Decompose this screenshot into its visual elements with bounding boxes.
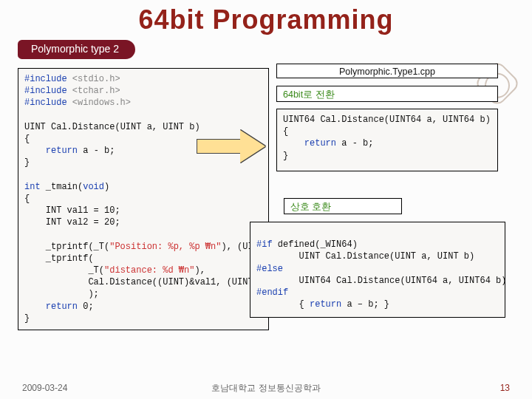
section-tab: Polymorphic type 2 [18,40,135,59]
footer-org: 호남대학교 정보통신공학과 [0,382,532,395]
filename-label: Polymorphic.Type1.cpp [276,64,498,78]
code-stage: #include <stdio.h> #include <tchar.h> #i… [18,68,514,349]
right-code-64bit: UINT64 Cal.Distance(UINT64 a, UINT64 b) … [276,109,498,171]
label-compat: 상호 호환 [284,198,402,214]
right-code-compat: #if defined(_WIN64) UINT Cal.Distance(UI… [250,222,505,318]
page-title: 64bit Programming [0,4,532,35]
arrow-icon [197,129,267,163]
left-code-listing: #include <stdio.h> #include <tchar.h> #i… [18,68,269,330]
label-64bit: 64bit로 전환 [276,86,498,102]
footer: 2009-03-24 호남대학교 정보통신공학과 13 [0,383,532,393]
